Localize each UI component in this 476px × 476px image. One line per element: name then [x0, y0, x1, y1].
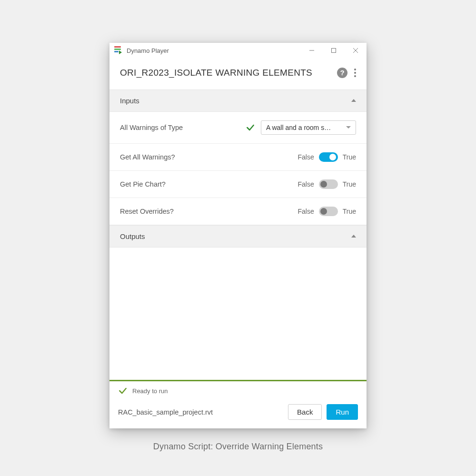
- app-title: Dynamo Player: [127, 47, 301, 54]
- project-filename: RAC_basic_sample_project.rvt: [118, 408, 283, 416]
- toggle-true-label: True: [343, 153, 356, 161]
- svg-rect-1: [332, 49, 336, 53]
- toggle-false-label: False: [298, 153, 314, 161]
- toggle-false-label: False: [298, 180, 314, 188]
- collapse-caret-icon: [351, 99, 356, 102]
- get-all-warnings-toggle[interactable]: [319, 152, 338, 162]
- more-options-icon[interactable]: [354, 69, 356, 77]
- inputs-label: Inputs: [120, 97, 351, 105]
- titlebar: Dynamo Player: [109, 43, 367, 58]
- input-label: Get All Warnings?: [120, 153, 298, 161]
- get-pie-chart-toggle[interactable]: [319, 179, 338, 189]
- input-label: Get Pie Chart?: [120, 180, 298, 188]
- input-row-get-pie-chart: Get Pie Chart? False True: [109, 171, 367, 198]
- collapse-caret-icon: [351, 235, 356, 238]
- outputs-label: Outputs: [120, 232, 351, 240]
- close-button[interactable]: [345, 43, 367, 58]
- dynamo-player-icon: [114, 46, 123, 55]
- input-row-reset-overrides: Reset Overrides? False True: [109, 198, 367, 225]
- input-label: All Warnings of Type: [120, 124, 246, 131]
- image-caption: Dynamo Script: Override Warning Elements: [153, 442, 323, 452]
- back-button[interactable]: Back: [288, 404, 322, 420]
- input-row-warnings-of-type: All Warnings of Type A wall and a room s…: [109, 112, 367, 144]
- input-label: Reset Overrides?: [120, 208, 298, 215]
- outputs-section-header[interactable]: Outputs: [109, 225, 367, 248]
- toggle-true-label: True: [343, 180, 356, 188]
- warnings-type-dropdown[interactable]: A wall and a room s…: [261, 120, 356, 135]
- toggle-true-label: True: [343, 208, 356, 215]
- inputs-section-header[interactable]: Inputs: [109, 89, 367, 112]
- outputs-body: [109, 248, 367, 380]
- footer-bar: RAC_basic_sample_project.rvt Back Run: [109, 399, 367, 428]
- input-row-get-all-warnings: Get All Warnings? False True: [109, 144, 367, 171]
- toggle-false-label: False: [298, 208, 314, 215]
- footer: Ready to run RAC_basic_sample_project.rv…: [109, 380, 367, 428]
- help-icon[interactable]: ?: [337, 68, 347, 78]
- dynamo-player-window: Dynamo Player ORI_R2023_ISOLATE WARNING …: [109, 43, 367, 428]
- valid-check-icon: [246, 123, 255, 132]
- window-controls: [301, 43, 367, 58]
- script-header: ORI_R2023_ISOLATE WARNING ELEMENTS ?: [109, 58, 367, 89]
- maximize-button[interactable]: [323, 43, 345, 58]
- script-title: ORI_R2023_ISOLATE WARNING ELEMENTS: [120, 67, 332, 79]
- minimize-button[interactable]: [301, 43, 323, 58]
- reset-overrides-toggle[interactable]: [319, 207, 338, 216]
- status-line: Ready to run: [109, 381, 367, 399]
- dropdown-selected: A wall and a room s…: [266, 124, 342, 131]
- status-text: Ready to run: [132, 387, 168, 395]
- chevron-down-icon: [346, 126, 351, 129]
- ready-check-icon: [118, 386, 128, 396]
- run-button[interactable]: Run: [327, 404, 358, 420]
